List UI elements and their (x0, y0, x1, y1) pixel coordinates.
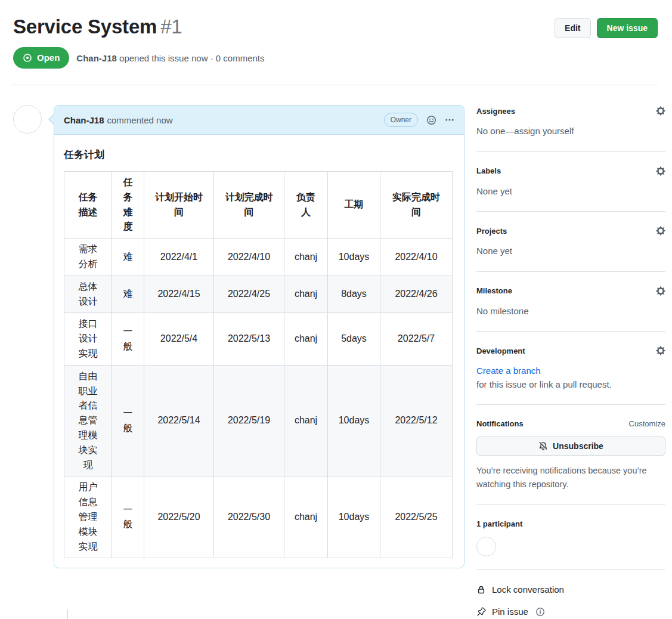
owner-badge: Owner (384, 113, 418, 127)
table-cell: 2022/5/12 (380, 365, 453, 476)
table-cell: 2022/5/20 (144, 476, 214, 558)
comment-header: Chan-J18 commented now Owner (54, 106, 464, 135)
table-cell: 总体设计 (64, 276, 112, 313)
table-cell: 2022/4/10 (380, 239, 453, 276)
table-cell: 一般 (112, 313, 144, 365)
issue-title-text: Service System (13, 16, 157, 38)
table-cell: 用户信息管理模块实现 (64, 476, 112, 558)
table-cell: 难 (112, 239, 144, 276)
milestone-body: No milestone (476, 305, 665, 318)
table-row: 接口设计实现一般2022/5/42022/5/13chanj5days2022/… (64, 313, 453, 365)
issue-comment: Chan-J18 commented now Owner 任务计划 (54, 105, 464, 617)
projects-gear-button[interactable] (656, 226, 665, 236)
comment-meta: commented now (107, 115, 173, 125)
sidebar-section-projects: Projects None yet (476, 212, 665, 272)
table-cell: 2022/4/10 (214, 239, 284, 276)
pin-issue-button[interactable]: Pin issue (476, 606, 665, 617)
comment-author-link[interactable]: Chan-J18 (64, 115, 104, 125)
issue-page: Service System#1 Edit New issue Open Cha… (0, 0, 672, 619)
lock-icon (476, 585, 486, 595)
sidebar-section-participants: 1 participant (476, 505, 665, 570)
table-cell: chanj (284, 365, 328, 476)
sidebar-actions: Lock conversation Pin issue (476, 570, 665, 617)
customize-link[interactable]: Customize (629, 419, 665, 428)
milestone-title: Milestone (476, 286, 512, 295)
pin-icon (476, 607, 486, 617)
table-cell: 2022/4/26 (380, 276, 453, 313)
participant-avatar[interactable] (476, 537, 496, 556)
development-title: Development (476, 346, 525, 355)
byline-author-link[interactable]: Chan-J18 (76, 53, 117, 63)
unsubscribe-button[interactable]: Unsubscribe (476, 437, 665, 456)
gear-icon (656, 106, 665, 116)
bell-slash-icon (538, 441, 548, 451)
table-cell: 5days (328, 313, 380, 365)
table-cell: 2022/5/13 (214, 313, 284, 365)
task-table-head-row: 任务描述任务难度计划开始时间计划完成时间负责人工期实际完成时间 (64, 172, 453, 239)
notifications-title: Notifications (476, 419, 524, 428)
table-cell: 2022/4/25 (214, 276, 284, 313)
labels-body: None yet (476, 185, 665, 199)
sidebar: Assignees No one—assign yourself Labels … (476, 105, 668, 617)
comment-options-button[interactable] (445, 115, 454, 125)
page-title: Service System#1 (13, 16, 182, 38)
table-cell: 一般 (112, 476, 144, 558)
gear-icon (656, 346, 665, 355)
gear-icon (656, 286, 665, 296)
lock-conversation-label: Lock conversation (492, 584, 564, 595)
table-row: 用户信息管理模块实现一般2022/5/202022/5/30chanj10day… (64, 476, 453, 558)
table-cell: 2022/5/14 (144, 365, 214, 476)
table-cell: 2022/4/15 (144, 276, 214, 313)
kebab-icon (445, 115, 454, 125)
sidebar-section-assignees: Assignees No one—assign yourself (476, 106, 665, 152)
labels-gear-button[interactable] (656, 166, 665, 176)
notifications-caption: You’re receiving notifications because y… (476, 464, 665, 491)
column-header: 负责人 (284, 172, 328, 239)
comment-caret (48, 114, 54, 125)
issue-opened-icon (23, 53, 32, 63)
table-row: 需求分析难2022/4/12022/4/10chanj10days2022/4/… (64, 239, 453, 276)
issue-byline: Chan-J18 opened this issue now · 0 comme… (76, 53, 264, 63)
byline-text: opened this issue now · 0 comments (119, 53, 264, 63)
assignees-title: Assignees (476, 107, 515, 116)
edit-button[interactable]: Edit (555, 18, 590, 38)
new-issue-button[interactable]: New issue (597, 18, 658, 38)
column-header: 任务难度 (112, 172, 144, 239)
table-cell: 自由职业者信息管理模块实现 (64, 365, 112, 476)
table-cell: chanj (284, 313, 328, 365)
table-cell: chanj (284, 239, 328, 276)
development-gear-button[interactable] (656, 346, 665, 355)
comment-author-avatar[interactable] (13, 105, 42, 134)
table-cell: 接口设计实现 (64, 313, 112, 365)
timeline-line (67, 609, 68, 619)
gear-icon (656, 226, 665, 236)
milestone-gear-button[interactable] (656, 286, 665, 296)
column-header: 计划开始时间 (144, 172, 214, 239)
participants-label: 1 participant (476, 519, 522, 528)
table-cell: 2022/5/30 (214, 476, 284, 558)
table-cell: 10days (328, 365, 380, 476)
column-header: 任务描述 (64, 172, 112, 239)
issue-header: Service System#1 Edit New issue Open Cha… (0, 0, 672, 85)
emoji-reaction-button[interactable] (426, 115, 436, 125)
lock-conversation-button[interactable]: Lock conversation (476, 584, 665, 595)
column-header: 工期 (328, 172, 380, 239)
gear-icon (656, 166, 665, 176)
table-cell: 10days (328, 476, 380, 558)
info-icon[interactable] (535, 607, 545, 617)
sidebar-section-development: Development Create a branch for this iss… (476, 332, 665, 405)
table-cell: 一般 (112, 365, 144, 476)
sidebar-section-milestone: Milestone No milestone (476, 272, 665, 332)
table-cell: chanj (284, 276, 328, 313)
sidebar-section-labels: Labels None yet (476, 152, 665, 212)
table-cell: 8days (328, 276, 380, 313)
labels-title: Labels (476, 166, 501, 175)
comment-heading: 任务计划 (64, 148, 454, 162)
create-branch-link[interactable]: Create a branch (476, 366, 541, 376)
assignees-gear-button[interactable] (656, 106, 665, 116)
sidebar-section-notifications: Notifications Customize Unsubscribe You’… (476, 405, 665, 505)
assignees-body[interactable]: No one—assign yourself (476, 125, 665, 138)
column-header: 实际完成时间 (380, 172, 453, 239)
table-cell: 2022/4/1 (144, 239, 214, 276)
table-row: 总体设计难2022/4/152022/4/25chanj8days2022/4/… (64, 276, 453, 313)
